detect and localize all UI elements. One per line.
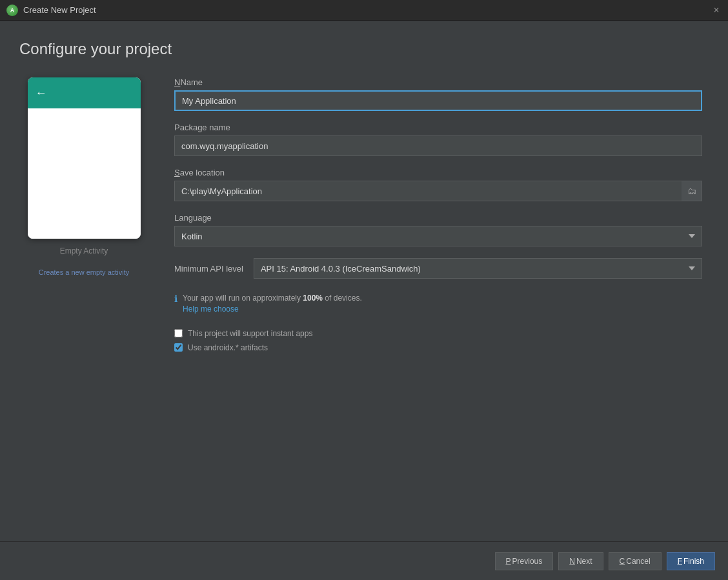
package-name-group: Package name xyxy=(174,123,702,156)
androidx-label: Use androidx.* artifacts xyxy=(188,343,268,352)
name-group: NName xyxy=(174,77,702,111)
phone-preview-header: ← xyxy=(28,77,141,108)
content-area: ← Empty Activity Creates a new empty act… xyxy=(19,77,702,528)
instant-apps-label: This project will support instant apps xyxy=(188,329,312,338)
androidx-checkbox[interactable] xyxy=(174,343,183,352)
name-input[interactable] xyxy=(174,90,702,111)
save-location-input[interactable] xyxy=(174,181,682,201)
phone-preview-body xyxy=(28,108,141,239)
api-level-label: Minimum API level xyxy=(174,264,243,274)
cancel-button[interactable]: CCancel xyxy=(609,552,662,570)
info-prefix: Your app will run on approximately xyxy=(183,294,303,303)
title-bar-left: A Create New Project xyxy=(6,5,96,16)
next-button[interactable]: NNext xyxy=(558,552,603,570)
folder-browse-button[interactable]: 🗂 xyxy=(682,181,702,201)
info-percentage: 100% xyxy=(303,294,323,303)
phone-preview: ← xyxy=(28,77,141,239)
activity-description: Creates a new empty activity xyxy=(39,268,130,276)
instant-apps-row: This project will support instant apps xyxy=(174,329,702,338)
language-select[interactable]: Kotlin Java xyxy=(174,226,702,246)
language-label: Language xyxy=(174,213,702,223)
api-info-message: ℹ Your app will run on approximately 100… xyxy=(174,293,702,315)
save-location-group: Save location 🗂 xyxy=(174,168,702,201)
footer: PPrevious NNext CCancel FFinish xyxy=(0,541,728,580)
help-me-choose-link[interactable]: Help me choose xyxy=(183,305,239,314)
left-panel: ← Empty Activity Creates a new empty act… xyxy=(19,77,148,528)
info-icon: ℹ xyxy=(174,294,177,304)
api-info-text: Your app will run on approximately 100% … xyxy=(183,293,362,315)
androidx-row: Use androidx.* artifacts xyxy=(174,343,702,352)
finish-button[interactable]: FFinish xyxy=(667,552,715,570)
api-level-row: Minimum API level API 15: Android 4.0.3 … xyxy=(174,258,702,279)
previous-button[interactable]: PPrevious xyxy=(495,552,554,570)
package-name-label: Package name xyxy=(174,123,702,132)
app-icon: A xyxy=(6,5,18,16)
name-label: NName xyxy=(174,77,702,87)
title-bar: A Create New Project × xyxy=(0,0,728,21)
language-group: Language Kotlin Java xyxy=(174,213,702,246)
save-location-label: Save location xyxy=(174,168,702,177)
folder-icon: 🗂 xyxy=(687,186,696,196)
package-name-input[interactable] xyxy=(174,135,702,156)
right-panel: NName Package name Save location 🗂 xyxy=(174,77,702,528)
window-title: Create New Project xyxy=(23,5,96,15)
checkbox-group: This project will support instant apps U… xyxy=(174,329,702,352)
info-suffix: of devices. xyxy=(323,294,362,303)
api-level-select[interactable]: API 15: Android 4.0.3 (IceCreamSandwich)… xyxy=(254,258,702,279)
instant-apps-checkbox[interactable] xyxy=(174,329,183,337)
back-arrow-icon: ← xyxy=(35,86,47,100)
close-button[interactable]: × xyxy=(711,5,722,15)
main-content: Configure your project ← Empty Activity … xyxy=(0,21,728,541)
page-title: Configure your project xyxy=(19,40,702,58)
save-location-input-row: 🗂 xyxy=(174,181,702,201)
activity-label: Empty Activity xyxy=(60,246,108,255)
